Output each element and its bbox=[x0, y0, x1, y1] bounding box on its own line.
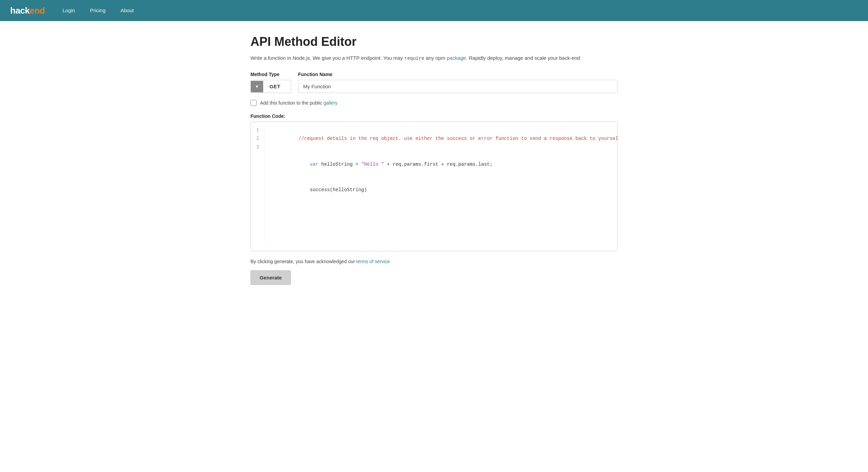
nav-item-login[interactable]: Login bbox=[55, 0, 83, 21]
site-logo[interactable]: hackend bbox=[10, 5, 45, 16]
dropdown-arrow-icon: ▼ bbox=[251, 81, 263, 92]
nav-links: Login Pricing About bbox=[55, 0, 141, 21]
code-editor[interactable]: 1 2 3 //request details in the req objec… bbox=[250, 122, 618, 251]
generate-button[interactable]: Generate bbox=[250, 270, 291, 285]
description-code: require bbox=[404, 56, 424, 61]
function-name-group: Function Name bbox=[298, 72, 618, 93]
method-type-dropdown[interactable]: ▼ GET bbox=[250, 80, 291, 93]
description-suffix: . Rapidly deploy, manage and scale your … bbox=[466, 55, 580, 61]
nav-link-login[interactable]: Login bbox=[55, 0, 83, 21]
code-lines-container: 1 2 3 //request details in the req objec… bbox=[251, 122, 617, 251]
line-numbers: 1 2 3 bbox=[251, 126, 264, 247]
description-middle: any npm bbox=[424, 55, 447, 61]
line-number-2: 2 bbox=[256, 134, 259, 143]
terms-row: By clicking generate, you have acknowled… bbox=[250, 259, 618, 264]
page-title: API Method Editor bbox=[250, 35, 618, 49]
method-type-label: Method Type bbox=[250, 72, 291, 77]
function-code-label: Function Code: bbox=[250, 113, 618, 119]
code-line-3: success(helloString) bbox=[270, 177, 618, 203]
code-indent-2 bbox=[298, 162, 310, 167]
gallery-checkbox[interactable] bbox=[250, 100, 257, 106]
code-line-1: //request details in the req object. use… bbox=[270, 126, 618, 152]
form-row-method-function: Method Type ▼ GET Function Name bbox=[250, 72, 618, 93]
method-type-group: Method Type ▼ GET bbox=[250, 72, 291, 93]
page-description: Write a function in Node.js. We give you… bbox=[250, 54, 618, 62]
line-number-3: 3 bbox=[256, 143, 259, 151]
code-success-call: success(helloString) bbox=[298, 187, 367, 193]
code-var-assign: helloString = bbox=[318, 162, 361, 167]
code-concat: + req.params.first + req.params.last; bbox=[384, 162, 492, 167]
method-type-value: GET bbox=[263, 80, 287, 93]
navbar: hackend Login Pricing About bbox=[0, 0, 868, 21]
nav-link-about[interactable]: About bbox=[113, 0, 141, 21]
code-line-2: var helloString = "Hello " + req.params.… bbox=[270, 152, 618, 178]
logo-hack: hack bbox=[10, 5, 30, 16]
function-name-label: Function Name bbox=[298, 72, 618, 77]
code-comment-1: //request details in the req object. use… bbox=[298, 136, 618, 141]
function-name-input[interactable] bbox=[298, 80, 618, 93]
nav-item-pricing[interactable]: Pricing bbox=[83, 0, 113, 21]
gallery-checkbox-label: Add this function to the public gallery bbox=[260, 100, 337, 106]
gallery-link[interactable]: gallery bbox=[324, 100, 337, 106]
nav-item-about[interactable]: About bbox=[113, 0, 141, 21]
line-number-1: 1 bbox=[256, 126, 259, 134]
gallery-checkbox-row: Add this function to the public gallery bbox=[250, 100, 618, 106]
description-prefix: Write a function in Node.js. We give you… bbox=[250, 55, 404, 61]
code-content[interactable]: //request details in the req object. use… bbox=[264, 126, 618, 247]
code-keyword-var: var bbox=[310, 162, 318, 167]
nav-link-pricing[interactable]: Pricing bbox=[83, 0, 113, 21]
checkbox-label-prefix: Add this function to the public bbox=[260, 100, 324, 106]
package-link[interactable]: package bbox=[447, 55, 466, 61]
logo-end: end bbox=[30, 5, 45, 16]
main-content: API Method Editor Write a function in No… bbox=[230, 21, 638, 305]
terms-prefix: By clicking generate, you have acknowled… bbox=[250, 259, 356, 264]
terms-link[interactable]: terms of service bbox=[356, 259, 390, 264]
code-string-hello: "Hello " bbox=[361, 162, 384, 167]
